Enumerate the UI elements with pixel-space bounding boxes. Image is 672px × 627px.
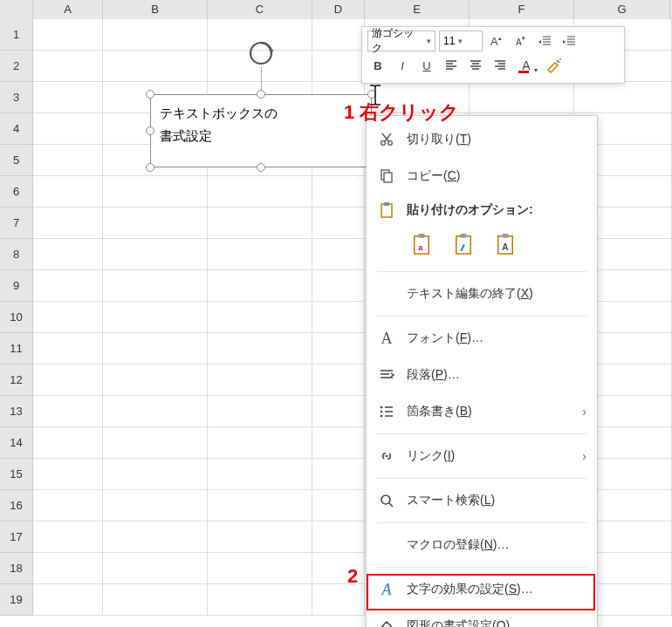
cell[interactable] — [312, 239, 365, 270]
cell[interactable] — [33, 427, 103, 459]
increase-font-button[interactable]: A▴ — [486, 31, 507, 51]
paste-option-keep-source[interactable]: a — [407, 229, 436, 259]
col-header-F[interactable]: F — [470, 0, 574, 19]
cell[interactable] — [574, 82, 672, 113]
row-header-4[interactable]: 4 — [0, 113, 33, 145]
col-header-B[interactable]: B — [103, 0, 208, 19]
cell[interactable] — [33, 145, 103, 176]
cell[interactable] — [208, 553, 312, 584]
cell[interactable] — [208, 521, 312, 553]
align-right-button[interactable] — [490, 55, 511, 76]
resize-handle-tl[interactable] — [146, 90, 154, 99]
resize-handle-ml[interactable] — [146, 126, 154, 135]
cell[interactable] — [208, 333, 312, 365]
cell[interactable] — [312, 553, 365, 584]
row-header-8[interactable]: 8 — [0, 239, 33, 270]
cell[interactable] — [312, 459, 365, 490]
cell[interactable] — [103, 490, 208, 521]
format-painter-button[interactable] — [542, 55, 566, 76]
cell[interactable] — [312, 51, 365, 82]
cell[interactable] — [103, 365, 208, 396]
menu-item-exit-text-edit[interactable]: テキスト編集の終了(X) — [367, 276, 597, 312]
cell[interactable] — [208, 239, 312, 270]
row-header-5[interactable]: 5 — [0, 145, 33, 176]
cell[interactable] — [312, 19, 365, 51]
cell[interactable] — [33, 553, 103, 584]
row-header-9[interactable]: 9 — [0, 270, 33, 302]
resize-handle-tm[interactable] — [257, 90, 265, 99]
font-size-combo[interactable]: 11 ▾ — [439, 31, 483, 51]
row-header-2[interactable]: 2 — [0, 51, 33, 82]
cell[interactable] — [312, 427, 365, 459]
cell[interactable] — [103, 553, 208, 584]
menu-item-cut[interactable]: 切り取り(T) — [367, 121, 597, 158]
decrease-indent-button[interactable] — [535, 31, 556, 51]
selected-textbox-shape[interactable]: テキストボックスの 書式設定 — [150, 94, 372, 167]
select-all-corner[interactable] — [0, 0, 33, 19]
col-header-G[interactable]: G — [574, 0, 670, 19]
cell[interactable] — [312, 396, 365, 427]
font-name-combo[interactable]: 游ゴシック ▾ — [367, 31, 435, 51]
row-header-11[interactable]: 11 — [0, 333, 33, 365]
bold-button[interactable]: B — [367, 55, 388, 76]
cell[interactable] — [33, 51, 103, 82]
row-header-13[interactable]: 13 — [0, 396, 33, 427]
paste-option-text-only[interactable]: A — [490, 229, 520, 259]
increase-indent-button[interactable] — [559, 31, 580, 51]
row-header-19[interactable]: 19 — [0, 584, 33, 616]
col-header-E[interactable]: E — [365, 0, 470, 19]
underline-button[interactable]: U — [416, 55, 437, 76]
row-header-1[interactable]: 1 — [0, 19, 33, 51]
menu-item-text-effects[interactable]: A 文字の効果の設定(S)… — [367, 571, 597, 608]
cell[interactable] — [208, 396, 312, 427]
menu-item-smart-lookup[interactable]: スマート検索(L) — [367, 482, 597, 519]
cell[interactable] — [33, 490, 103, 521]
cell[interactable] — [208, 584, 312, 616]
cell[interactable] — [103, 19, 208, 51]
cell[interactable] — [312, 521, 365, 553]
rotate-handle-icon[interactable] — [247, 39, 275, 67]
cell[interactable] — [312, 270, 365, 302]
cell[interactable] — [208, 302, 312, 333]
cell[interactable] — [33, 521, 103, 553]
col-header-A[interactable]: A — [33, 0, 103, 19]
cell[interactable] — [33, 82, 103, 113]
cell[interactable] — [470, 82, 574, 113]
cell[interactable] — [312, 333, 365, 365]
italic-button[interactable]: I — [392, 55, 413, 76]
cell[interactable] — [312, 490, 365, 521]
cell[interactable] — [208, 459, 312, 490]
cell[interactable] — [103, 584, 208, 616]
row-header-7[interactable]: 7 — [0, 208, 33, 239]
cell[interactable] — [208, 208, 312, 239]
menu-item-font[interactable]: A フォント(F)… — [367, 320, 597, 357]
cell[interactable] — [208, 176, 312, 208]
align-left-button[interactable] — [441, 55, 462, 76]
menu-item-link[interactable]: リンク(I) › — [367, 438, 597, 474]
cell[interactable] — [33, 396, 103, 427]
cell[interactable] — [208, 365, 312, 396]
cell[interactable] — [208, 427, 312, 459]
cell[interactable] — [33, 208, 103, 239]
row-header-14[interactable]: 14 — [0, 427, 33, 459]
cell[interactable] — [103, 302, 208, 333]
row-header-17[interactable]: 17 — [0, 521, 33, 553]
cell[interactable] — [103, 239, 208, 270]
cell[interactable] — [103, 270, 208, 302]
cell[interactable] — [208, 270, 312, 302]
cell[interactable] — [208, 490, 312, 521]
cell[interactable] — [33, 270, 103, 302]
col-header-D[interactable]: D — [312, 0, 365, 19]
menu-item-bullets[interactable]: 箇条書き(B) › — [367, 393, 597, 430]
row-header-6[interactable]: 6 — [0, 176, 33, 208]
cell[interactable] — [33, 239, 103, 270]
row-header-18[interactable]: 18 — [0, 553, 33, 584]
cell[interactable] — [33, 584, 103, 616]
cell[interactable] — [103, 459, 208, 490]
cell[interactable] — [33, 302, 103, 333]
cell[interactable] — [103, 521, 208, 553]
cell[interactable] — [103, 176, 208, 208]
menu-item-paragraph[interactable]: 段落(P)… — [367, 357, 597, 393]
row-header-16[interactable]: 16 — [0, 490, 33, 521]
cell[interactable] — [103, 396, 208, 427]
